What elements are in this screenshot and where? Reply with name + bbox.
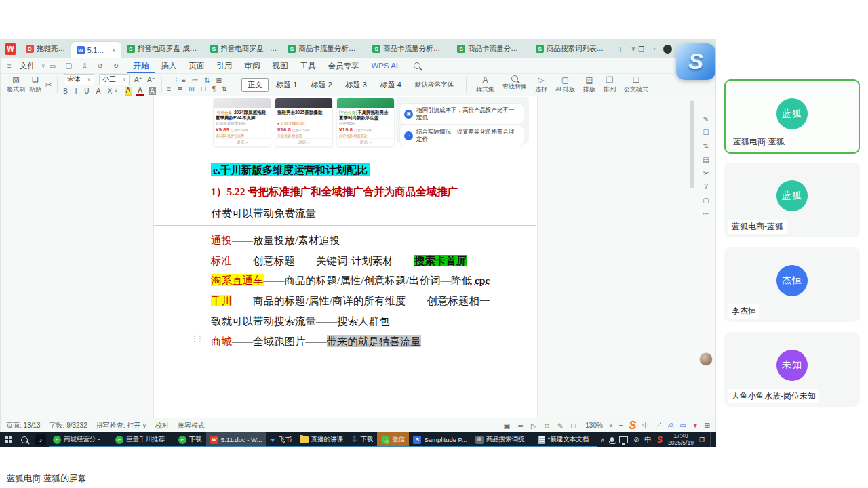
image-tool-icon[interactable]: ▤ (703, 156, 709, 163)
taskbar-item-app[interactable]: 商品搜索词统... (471, 432, 534, 447)
cut-button[interactable]: ✂ (45, 81, 52, 89)
select-lasso-icon[interactable]: ☐ (703, 129, 709, 136)
taskbar-item-wps[interactable]: W5.11.doc - W... (206, 432, 267, 447)
participant-tile[interactable]: 蓝狐 蓝狐电商-蓝狐 (724, 79, 860, 154)
more-icon[interactable]: ⋯ (703, 210, 709, 218)
participant-tile[interactable]: 蓝狐 蓝狐电商-蓝狐 (724, 163, 860, 237)
format-painter-button[interactable]: ▨ 格式刷 (7, 75, 25, 94)
display-tray-icon[interactable] (619, 436, 628, 443)
char-shading-button[interactable]: A (149, 87, 156, 95)
proofread-button[interactable]: 校对 (155, 421, 169, 430)
account-avatar[interactable] (663, 45, 672, 54)
tab-close-icon[interactable]: × (112, 47, 116, 54)
taskbar-item-browser[interactable]: e商城经营分 - ... (49, 432, 111, 447)
taskbar-item-folder[interactable]: 直播的讲课 (296, 432, 348, 447)
show-desktop-button[interactable] (710, 432, 713, 447)
tab-sheet[interactable]: S 抖音电商罗盘-成交分析 (121, 41, 205, 56)
sunlogin-overlay-icon[interactable]: S (629, 420, 637, 432)
style-heading4[interactable]: 标题 4 (374, 78, 408, 92)
style-heading1[interactable]: 标题 1 (270, 78, 303, 92)
participant-tile[interactable]: 杰恒 李杰恒 (724, 247, 860, 322)
mic-overlay-icon[interactable]: ⎙ (668, 422, 673, 430)
paragraph-drag-handle[interactable]: ⋮⋮ (191, 335, 202, 342)
input-method-overlay-icon[interactable]: 中 (642, 421, 649, 430)
list-buttons[interactable]: ⋮≡ ≔ ⇅ ⊞ (173, 77, 224, 84)
tab-sheet[interactable]: S 商品卡流量分析流量来.. (282, 41, 367, 56)
taskbar-item-browser[interactable]: e下载 (174, 432, 206, 447)
layout-icon[interactable]: ❐ (638, 45, 644, 53)
shape-icon[interactable]: ▢ (703, 197, 709, 204)
taskbar-item-notepad[interactable]: *新建文本文档.. (534, 432, 597, 447)
hamburger-icon[interactable]: ≡ (7, 62, 12, 70)
menu-member[interactable]: 会员专享 (321, 58, 365, 73)
find-replace-button[interactable]: 查找替换 (499, 75, 530, 92)
participant-tile[interactable]: 未知 大鱼小鱼水族-岗位未知 (724, 332, 860, 407)
start-button[interactable] (0, 432, 16, 447)
word-count[interactable]: 字数: 9/3232 (50, 421, 87, 430)
tab-sheet[interactable]: S 商品搜索词列表_统计.. (530, 41, 612, 56)
taskbar-item-samplitude[interactable]: SSamplitude P... (409, 432, 471, 447)
view-mode-icons[interactable]: ▣ ≣ ▷ ⊕ ✎ ⊡ (504, 422, 580, 430)
menu-view[interactable]: 视图 (266, 58, 294, 73)
text-style-buttons[interactable]: B I U A X² (63, 87, 119, 95)
menu-home[interactable]: 开始 (127, 58, 155, 73)
mic-tray-icon[interactable] (610, 437, 614, 442)
zoom-level[interactable]: 130% (585, 422, 603, 429)
style-default-font[interactable]: 默认段落字体 (409, 79, 460, 92)
notification-icon[interactable]: ❐ (699, 436, 705, 443)
official-doc-button[interactable]: ☐公文模式 (620, 75, 652, 95)
collapse-icon[interactable]: — (703, 102, 709, 109)
styleset-button[interactable]: A样式集 (473, 75, 498, 95)
taskbar-clock[interactable]: 17:492025/5/19 (668, 433, 694, 447)
speaker-mute-icon[interactable]: ⊘ (633, 436, 639, 443)
paste-button[interactable]: ❏ 粘贴 (29, 75, 41, 94)
menu-file[interactable]: 文件 (14, 58, 41, 73)
font-size-select[interactable]: 小三∨ (99, 74, 130, 85)
pen-icon[interactable]: ✎ (703, 115, 709, 123)
ai-typeset-button[interactable]: ▢AI 排版 (552, 75, 578, 95)
tab-sheet[interactable]: S 商品卡流量分析汇总.. (452, 41, 530, 56)
new-tab-button[interactable]: + (618, 44, 623, 54)
quick-toolbar-icons[interactable]: ▭ ❏ ⇩ ↺ ↻ (50, 62, 123, 70)
keyboard-overlay-icon[interactable]: ▭ (679, 422, 686, 429)
spellcheck-status[interactable]: 拼写检查: 打开 ∨ (96, 421, 146, 430)
vertical-scrollbar[interactable] (690, 100, 694, 188)
douyin-app-icon[interactable]: ♪ (33, 432, 49, 447)
adjust-icon[interactable]: ⇅ (703, 142, 709, 150)
tab-sheet[interactable]: S 抖音电商罗盘 - 成交.. (205, 41, 283, 56)
taskbar-item-browser[interactable]: e巨量千川推荐... (111, 432, 174, 447)
screenshot-icon[interactable]: ✂ (703, 169, 709, 177)
menu-page[interactable]: 页面 (182, 58, 210, 73)
menu-wps-ai[interactable]: WPS AI (365, 58, 404, 73)
typeset-button[interactable]: ▤排版 (580, 75, 599, 95)
taskbar-item-wechat[interactable]: 微信 (377, 432, 409, 447)
arrange-button[interactable]: ❐排列 (600, 75, 619, 95)
style-heading3[interactable]: 标题 3 (340, 78, 373, 92)
grow-font-button[interactable]: A⁺ (134, 76, 142, 83)
menu-reference[interactable]: 引用 (210, 58, 238, 73)
tab-doc-active[interactable]: W 5.11.doc × (71, 42, 121, 58)
sunlogin-tray-icon[interactable]: S (657, 435, 663, 445)
font-name-select[interactable]: 宋体∨ (64, 74, 94, 85)
funnel-overlay-icon[interactable]: ▼ (692, 422, 698, 429)
user-avatar[interactable] (699, 352, 713, 366)
grid-overlay-icon[interactable]: ⊞ (705, 422, 710, 429)
tab-sheet[interactable]: S 商品卡流量分析流量来.. (367, 41, 452, 56)
input-method-indicator[interactable]: 中 (645, 435, 652, 445)
help-icon[interactable]: ? (704, 183, 708, 190)
menu-insert[interactable]: 插入 (155, 58, 182, 73)
tab-template[interactable]: D 拖鞋亮模板 (20, 41, 71, 56)
taskbar-search-icon[interactable] (16, 432, 33, 447)
menu-tools[interactable]: 工具 (294, 58, 321, 73)
shrink-font-button[interactable]: A⁻ (147, 76, 155, 83)
tab-list-chevron[interactable]: ∨ (631, 45, 636, 52)
align-buttons[interactable]: ≡ ≣ ⊞ ⊟ ¶ ⇅ (167, 85, 230, 93)
taskbar-item-feishu[interactable]: ➤飞书 (266, 432, 295, 447)
taskbar-item-downloads[interactable]: ⇩下载 (347, 432, 377, 447)
hidden-icons-chevron[interactable]: ∧ (601, 436, 606, 443)
menu-review[interactable]: 审阅 (238, 58, 266, 73)
theme-icon[interactable]: ◔ (652, 45, 656, 53)
highlight-color-button[interactable]: A (125, 87, 132, 96)
search-icon[interactable] (414, 62, 420, 69)
style-normal[interactable]: 正文 (241, 78, 269, 92)
